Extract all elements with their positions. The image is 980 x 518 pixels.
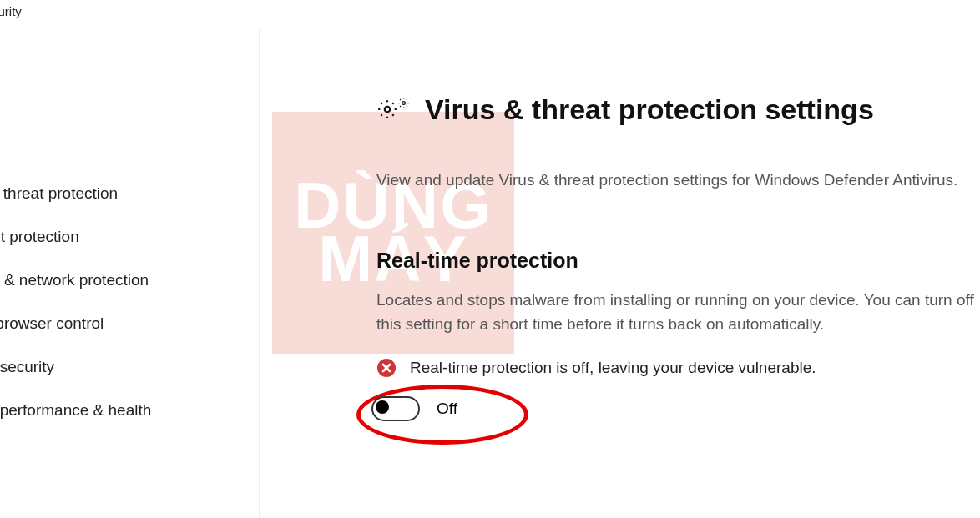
sidebar-item-app-browser[interactable]: pp & browser control: [0, 302, 259, 345]
sidebar-item-virus-threat[interactable]: irus & threat protection: [0, 172, 259, 215]
toggle-state-label: Off: [437, 400, 457, 418]
sidebar-item-account-protection[interactable]: ccount protection: [0, 215, 259, 259]
sidebar-item-device-performance[interactable]: evice performance & health: [0, 389, 259, 432]
status-text-realtime: Real-time protection is off, leaving you…: [410, 359, 816, 377]
realtime-protection-toggle[interactable]: [371, 396, 420, 421]
sidebar-item-home[interactable]: ome: [0, 128, 259, 172]
sidebar-item-device-security[interactable]: evice security: [0, 345, 259, 389]
sidebar: ome irus & threat protection ccount prot…: [0, 28, 260, 518]
page-subtitle: View and update Virus & threat protectio…: [376, 168, 977, 193]
section-description-realtime: Locates and stops malware from installin…: [376, 289, 977, 336]
section-title-realtime: Real-time protection: [376, 249, 980, 273]
settings-gears-icon: [376, 98, 410, 120]
svg-point-1: [402, 101, 406, 104]
error-circle-icon: [376, 358, 397, 378]
page-title: Virus & threat protection settings: [425, 93, 874, 126]
svg-point-0: [385, 107, 391, 113]
window-title: s Security: [0, 0, 980, 28]
main-content: DÙNG MÁY Viru: [260, 28, 980, 518]
sidebar-item-firewall[interactable]: rewall & network protection: [0, 259, 259, 302]
